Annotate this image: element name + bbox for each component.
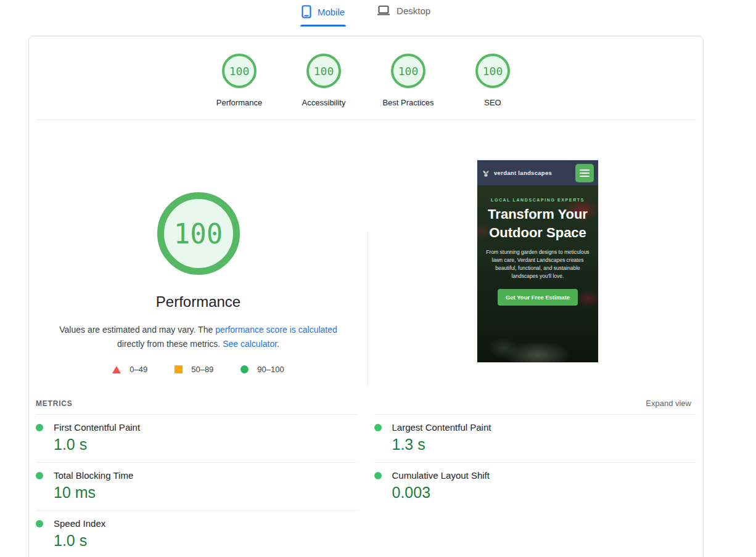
metric-value: 1.3 s: [392, 436, 697, 453]
tab-desktop[interactable]: Desktop: [376, 1, 432, 26]
expand-view-button[interactable]: Expand view: [646, 399, 696, 408]
score-disclaimer-text: Values are estimated and may vary. The p…: [54, 323, 343, 351]
metrics-title: METRICS: [36, 399, 73, 408]
thumbnail-site-header: verdant landscapes: [477, 160, 598, 185]
red-triangle-icon: [112, 366, 121, 373]
metric-total-blocking-time: Total Blocking Time 10 ms: [36, 462, 358, 510]
metrics-grid: First Contentful Paint 1.0 s Largest Con…: [36, 414, 696, 557]
thumbnail-cta-button: Get Your Free Estimate: [498, 289, 578, 306]
active-tab-underline: [300, 25, 346, 26]
score-accessibility[interactable]: 100 Accessibility: [290, 54, 358, 120]
score-label: SEO: [484, 98, 501, 107]
mobile-phone-icon: [302, 5, 311, 18]
category-scores-row: 100 Performance 100 Accessibility 100 Be…: [29, 36, 703, 120]
final-screenshot-thumbnail[interactable]: verdant landscapes LOCAL LANDSCAPING EXP…: [477, 160, 598, 362]
metric-largest-contentful-paint: Largest Contentful Paint 1.3 s: [374, 414, 697, 462]
metric-first-contentful-paint: First Contentful Paint 1.0 s: [36, 414, 358, 462]
score-seo[interactable]: 100 SEO: [459, 54, 527, 120]
performance-gauge-column: 100 Performance Values are estimated and…: [29, 120, 368, 374]
tab-mobile-label: Mobile: [318, 7, 345, 17]
score-gauge: 100: [222, 54, 257, 88]
thumbnail-body-text: From stunning garden designs to meticulo…: [486, 248, 590, 280]
metric-cumulative-layout-shift: Cumulative Layout Shift 0.003: [374, 462, 697, 510]
metric-speed-index: Speed Index 1.0 s: [36, 510, 358, 557]
green-metric-dot-icon: [36, 424, 43, 431]
green-metric-dot-icon: [374, 424, 382, 431]
score-gauge: 100: [391, 54, 425, 88]
see-calculator-link[interactable]: See calculator: [223, 339, 277, 349]
green-metric-dot-icon: [374, 472, 382, 479]
metric-value: 0.003: [392, 484, 697, 502]
green-circle-icon: [240, 365, 249, 373]
tab-mobile[interactable]: Mobile: [300, 1, 346, 26]
lighthouse-report-card: 100 Performance 100 Accessibility 100 Be…: [28, 36, 704, 557]
score-calc-link[interactable]: performance score is calculated: [215, 325, 337, 335]
legend-fail-range: 0–49: [112, 365, 147, 374]
thumbnail-heading: Transform Your Outdoor Space: [485, 205, 591, 242]
score-gauge: 100: [306, 54, 341, 88]
orange-square-icon: [175, 365, 183, 373]
green-metric-dot-icon: [36, 520, 43, 527]
performance-main-gauge: 100: [157, 192, 240, 275]
thumbnail-eyebrow: LOCAL LANDSCAPING EXPERTS: [485, 198, 591, 202]
metric-value: 1.0 s: [54, 436, 358, 453]
legend-pass-range: 90–100: [240, 365, 284, 374]
thumbnail-site-name: verdant landscapes: [494, 169, 552, 176]
performance-summary-section: 100 Performance Values are estimated and…: [29, 120, 703, 390]
metric-value: 1.0 s: [54, 532, 358, 550]
device-tabbar: Mobile Desktop: [28, 0, 704, 26]
score-range-legend: 0–49 50–89 90–100: [29, 365, 368, 374]
vertical-divider: [368, 232, 368, 387]
metric-value: 10 ms: [54, 484, 358, 502]
score-label: Performance: [216, 98, 262, 107]
performance-score-value: 100: [174, 218, 223, 250]
score-label: Accessibility: [302, 98, 346, 107]
desktop-laptop-icon: [377, 5, 390, 16]
performance-gauge-title: Performance: [29, 293, 368, 311]
green-metric-dot-icon: [36, 472, 43, 479]
thumbnail-hero: LOCAL LANDSCAPING EXPERTS Transform Your…: [477, 185, 598, 362]
hamburger-menu-icon: [575, 164, 594, 182]
score-label: Best Practices: [382, 98, 433, 107]
score-performance[interactable]: 100 Performance: [205, 54, 274, 120]
legend-average-range: 50–89: [175, 365, 213, 374]
score-best-practices[interactable]: 100 Best Practices: [374, 54, 443, 120]
tab-desktop-label: Desktop: [396, 6, 430, 16]
plant-logo-icon: [482, 169, 490, 177]
metrics-header: METRICS Expand view: [36, 399, 696, 408]
score-gauge: 100: [475, 54, 510, 88]
